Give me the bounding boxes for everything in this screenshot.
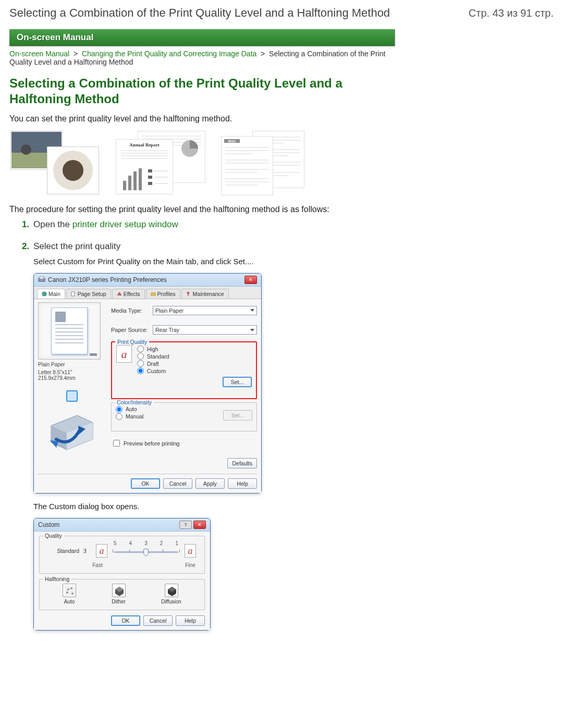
step-1: Open the printer driver setup window <box>22 219 395 230</box>
step-2-title: Select the print quality <box>33 241 395 252</box>
ci-manual-label: Manual <box>126 413 143 419</box>
sample-annual-report: Annual Report <box>116 131 210 195</box>
pq-custom-label: Custom <box>147 368 166 374</box>
svg-rect-18 <box>123 181 126 190</box>
preview-before-printing-checkbox[interactable] <box>113 440 120 447</box>
halftoning-dither-option[interactable]: Dither <box>112 584 126 604</box>
manual-header-bar: On-screen Manual <box>9 29 395 46</box>
help-button[interactable]: Help <box>228 478 257 489</box>
pq-high-label: High <box>147 346 158 352</box>
tab-page-setup[interactable]: Page Setup <box>66 289 111 299</box>
halftoning-group-title: Halftoning <box>43 576 71 582</box>
svg-point-61 <box>67 588 69 590</box>
custom-help-button[interactable]: Help <box>176 615 205 626</box>
step-1-prefix: Open the <box>33 219 72 229</box>
custom-dialog-title: Custom <box>38 521 59 528</box>
print-quality-set-button[interactable]: Set... <box>223 377 252 387</box>
printing-preferences-dialog: Canon JX210P series Printing Preferences… <box>33 273 262 493</box>
sample-images-row: Annual Report INDEX <box>10 131 554 195</box>
svg-rect-57 <box>188 294 189 296</box>
cancel-button[interactable]: Cancel <box>163 478 192 489</box>
page-setup-tab-icon <box>71 291 76 297</box>
svg-point-3 <box>21 144 31 155</box>
pq-draft-label: Draft <box>147 361 159 367</box>
chevron-down-icon <box>250 309 254 312</box>
slider-thumb[interactable] <box>143 549 149 556</box>
ci-manual-radio[interactable] <box>116 413 123 420</box>
svg-point-62 <box>70 587 72 589</box>
halftoning-auto-option[interactable]: Auto <box>63 584 76 604</box>
fine-preview-icon: a <box>185 544 196 558</box>
quality-slider[interactable]: 5 4 3 2 1 <box>113 540 179 561</box>
svg-rect-24 <box>148 176 152 179</box>
paper-info-line2: Letter 8.5"x11" 215.9x279.4mm <box>38 369 106 381</box>
media-type-label: Media Type: <box>111 307 149 314</box>
ci-auto-radio[interactable] <box>116 406 123 413</box>
print-quality-group: Print Quality a High Standard Draft Cust… <box>111 341 257 399</box>
svg-rect-21 <box>139 168 142 190</box>
media-type-combo[interactable]: Plain Paper <box>153 306 257 315</box>
quality-value-number: 3 <box>83 548 91 554</box>
print-quality-group-title: Print Quality <box>115 339 149 345</box>
halftoning-auto-icon <box>63 584 76 597</box>
doc-title: Selecting a Combination of the Print Qua… <box>9 6 390 20</box>
slider-fast-label: Fast <box>89 562 106 568</box>
fast-preview-icon: a <box>96 544 107 558</box>
tab-profiles[interactable]: Profiles <box>146 289 180 299</box>
breadcrumb-mid[interactable]: Changing the Print Quality and Correctin… <box>82 50 256 58</box>
svg-point-53 <box>42 292 46 296</box>
quality-group: Quality Standard 3 a 5 4 3 2 <box>39 536 205 574</box>
help-window-button[interactable]: ? <box>179 521 192 529</box>
printer-icon <box>38 276 45 284</box>
breadcrumb-root[interactable]: On-screen Manual <box>9 50 69 58</box>
pq-custom-radio[interactable] <box>137 367 144 374</box>
page-counter: Стр. 43 из 91 стр. <box>469 7 554 19</box>
printer-driver-setup-link[interactable]: printer driver setup window <box>72 219 178 229</box>
tab-effects[interactable]: Effects <box>112 289 145 299</box>
pq-high-radio[interactable] <box>137 346 144 352</box>
custom-dialog-opens-text: The Custom dialog box opens. <box>33 502 395 511</box>
pq-draft-radio[interactable] <box>137 360 144 367</box>
paper-source-label: Paper Source: <box>111 327 149 333</box>
main-tab-icon <box>42 291 47 297</box>
color-intensity-group: Color/Intensity Auto Manual Set... <box>111 402 257 432</box>
annual-report-title: Annual Report <box>129 142 160 147</box>
svg-marker-59 <box>50 440 58 448</box>
svg-rect-52 <box>40 277 44 279</box>
pq-standard-label: Standard <box>147 353 169 360</box>
svg-point-63 <box>66 591 68 594</box>
svg-rect-22 <box>148 169 152 172</box>
custom-ok-button[interactable]: OK <box>111 615 140 626</box>
defaults-button[interactable]: Defaults <box>227 458 257 468</box>
dialog-tabs: Main Page Setup Effects Profiles Mainten… <box>34 287 261 299</box>
svg-rect-26 <box>148 182 152 185</box>
printer-illustration-icon <box>46 410 98 452</box>
halftoning-group: Halftoning Auto Dither <box>39 579 205 610</box>
step-2: Select the print quality Select Custom f… <box>22 241 395 631</box>
svg-point-6 <box>63 160 83 181</box>
ok-button[interactable]: OK <box>131 478 160 489</box>
dialog-title: Canon JX210P series Printing Preferences <box>48 276 167 283</box>
intro-text-1: You can set the print quality level and … <box>9 114 395 124</box>
pq-standard-radio[interactable] <box>137 353 144 360</box>
close-button[interactable]: ✕ <box>244 276 257 284</box>
apply-button[interactable]: Apply <box>195 478 225 489</box>
paper-source-combo[interactable]: Rear Tray <box>153 325 257 335</box>
svg-rect-60 <box>65 586 75 596</box>
tab-maintenance[interactable]: Maintenance <box>181 289 229 299</box>
svg-rect-54 <box>71 292 75 296</box>
halftoning-diffusion-option[interactable]: Diffusion <box>161 584 181 604</box>
paper-info-line1: Plain Paper <box>38 362 106 367</box>
profiles-tab-icon <box>151 291 156 297</box>
step-2-body: Select Custom for Print Quality on the M… <box>33 257 395 266</box>
sample-index-pages: INDEX <box>221 131 315 195</box>
tab-main[interactable]: Main <box>37 289 65 299</box>
custom-dialog: Custom ? ✕ Quality Standard 3 a <box>33 518 211 631</box>
maintenance-tab-icon <box>186 291 191 297</box>
page-preview-thumbnail <box>38 302 101 360</box>
close-button[interactable]: ✕ <box>193 521 206 529</box>
ci-auto-label: Auto <box>126 406 137 412</box>
quality-group-title: Quality <box>43 533 64 539</box>
custom-cancel-button[interactable]: Cancel <box>143 615 173 626</box>
page-title: Selecting a Combination of the Print Qua… <box>9 76 385 107</box>
